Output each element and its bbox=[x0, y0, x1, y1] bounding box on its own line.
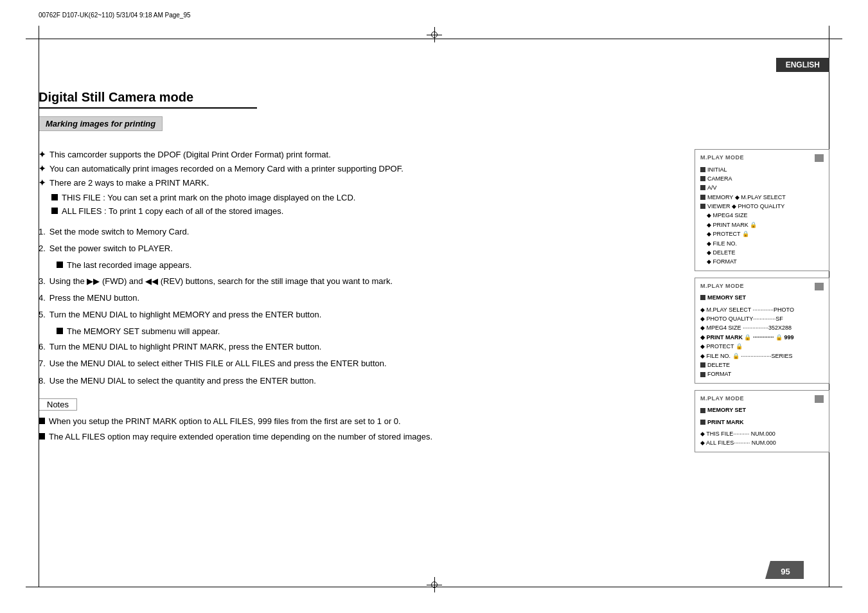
step-4-num: 4. bbox=[39, 292, 46, 304]
page-number-text: 95 bbox=[781, 566, 790, 576]
step-8: 8. Use the MENU DIAL to select the quant… bbox=[39, 375, 675, 387]
menu-box-2-line-photo: ◆ PHOTO QUALITY··············SF bbox=[700, 314, 824, 323]
step-2-num: 2. bbox=[39, 243, 46, 254]
menu-box-2-line-mpeg: ◆ MPEG4 SIZE ················352X288 bbox=[700, 323, 824, 332]
step-2-sub-text: The last recorded image appears. bbox=[67, 260, 191, 271]
menu-box-1-line-format: ◆ FORMAT bbox=[707, 257, 824, 266]
menu-box-1-icon-camera bbox=[700, 176, 705, 181]
bullet-item-1: ✦ This camcorder supports the DPOF (Digi… bbox=[39, 149, 675, 161]
step-5-sub-icon bbox=[57, 328, 63, 334]
step-2-sub-icon bbox=[57, 262, 63, 268]
page-container: 00762F D107-UK(62~110) 5/31/04 9:18 AM P… bbox=[0, 0, 868, 613]
menu-box-1-line-printmark: ◆ PRINT MARK 🔒 bbox=[707, 220, 824, 229]
menu-box-2-line-format: FORMAT bbox=[700, 369, 824, 378]
step-5-sub-text: The MEMORY SET submenu will appear. bbox=[67, 326, 220, 337]
menu-box-2-line-fileno: ◆ FILE NO. 🔒 ···················SERIES bbox=[700, 351, 824, 360]
menu-box-1-line-av: A/V bbox=[700, 183, 824, 192]
page-number-box: 95 bbox=[765, 561, 804, 581]
step-3-text: Using the ▶▶ (FWD) and ◀◀ (REV) buttons,… bbox=[49, 276, 393, 287]
note-1: When you setup the PRINT MARK option to … bbox=[39, 416, 675, 427]
steps-list: 1. Set the mode switch to Memory Card. 2… bbox=[39, 226, 675, 387]
menu-box-3-content: MEMORY SET PRINT MARK ◆ THIS FILE·······… bbox=[700, 405, 824, 448]
step-6: 6. Turn the MENU DIAL to highlight PRINT… bbox=[39, 341, 675, 353]
note-1-text: When you setup the PRINT MARK option to … bbox=[49, 416, 401, 427]
menu-box-1-content: INITIAL CAMERA A/V MEMORY ◆ M.PLAY SELEC… bbox=[700, 165, 824, 267]
menu-box-2-icon bbox=[815, 283, 824, 290]
bullet-text-1: This camcorder supports the DPOF (Digita… bbox=[49, 149, 331, 161]
step-1-num: 1. bbox=[39, 226, 46, 238]
sub-bullets: THIS FILE : You can set a print mark on … bbox=[51, 192, 675, 217]
menu-box-1-line-mpeg: ◆ MPEG4 SIZE bbox=[707, 211, 824, 220]
step-3: 3. Using the ▶▶ (FWD) and ◀◀ (REV) butto… bbox=[39, 276, 675, 287]
menu-box-3-line-printmark: PRINT MARK bbox=[700, 418, 824, 427]
left-border-line bbox=[39, 26, 39, 587]
menu-box-1-line-protect: ◆ PROTECT 🔒 bbox=[707, 229, 824, 238]
note-2: The ALL FILES option may require extende… bbox=[39, 431, 675, 443]
notes-label: Notes bbox=[39, 398, 77, 411]
step-7-num: 7. bbox=[39, 358, 46, 369]
section-subtitle: Marking images for printing bbox=[39, 116, 163, 131]
step-2-text: Set the power switch to PLAYER. bbox=[49, 243, 173, 254]
menu-box-1-line-camera: CAMERA bbox=[700, 174, 824, 183]
note-2-icon bbox=[39, 433, 45, 440]
right-content: M.PLAY MODE INITIAL CAMERA A/V bbox=[695, 149, 829, 459]
menu-box-2-header: M.PLAY MODE bbox=[700, 282, 824, 291]
menu-box-2-icon-format bbox=[700, 372, 705, 377]
menu-box-1-line-delete: ◆ DELETE bbox=[707, 248, 824, 257]
bottom-crosshair bbox=[427, 577, 442, 592]
menu-box-3-icon-printmark bbox=[700, 420, 705, 425]
bullet-symbol-3: ✦ bbox=[39, 177, 46, 189]
menu-box-3-icon-memoryset bbox=[700, 408, 705, 413]
menu-box-2: M.PLAY MODE MEMORY SET ◆ M.PLAY SELECT ·… bbox=[695, 278, 829, 384]
step-7-text: Use the MENU DIAL to select either THIS … bbox=[49, 358, 387, 369]
menu-box-1-line-fileno: ◆ FILE NO. bbox=[707, 239, 824, 248]
english-badge: ENGLISH bbox=[776, 58, 829, 72]
bullet-text-2: You can automatically print images recor… bbox=[49, 163, 403, 175]
step-5-sub: The MEMORY SET submenu will appear. bbox=[57, 326, 675, 337]
intro-bullets: ✦ This camcorder supports the DPOF (Digi… bbox=[39, 149, 675, 190]
menu-box-1-icon-av bbox=[700, 185, 705, 190]
menu-box-1-header: M.PLAY MODE bbox=[700, 154, 824, 163]
file-info: 00762F D107-UK(62~110) 5/31/04 9:18 AM P… bbox=[39, 12, 191, 19]
menu-box-2-line-mplay: ◆ M.PLAY SELECT ·············PHOTO bbox=[700, 305, 824, 314]
note-1-icon bbox=[39, 418, 45, 424]
step-1-text: Set the mode switch to Memory Card. bbox=[49, 226, 189, 238]
menu-box-3-icon bbox=[815, 395, 824, 403]
sub-bullet-icon-1 bbox=[51, 194, 58, 200]
step-8-num: 8. bbox=[39, 375, 46, 387]
menu-box-1-line-memory: MEMORY ◆ M.PLAY SELECT bbox=[700, 193, 824, 202]
bullet-symbol-2: ✦ bbox=[39, 163, 46, 175]
menu-box-3-header: M.PLAY MODE bbox=[700, 395, 824, 404]
menu-box-2-line-printmark: ◆ PRINT MARK 🔒 ············· 🔒 999 bbox=[700, 333, 824, 342]
menu-box-3-line-memoryset: MEMORY SET bbox=[700, 405, 824, 414]
sub-bullet-2: ALL FILES : To print 1 copy each of all … bbox=[51, 206, 675, 217]
step-4: 4. Press the MENU button. bbox=[39, 292, 675, 304]
menu-box-1-title: M.PLAY MODE bbox=[700, 154, 744, 163]
step-2-sub: The last recorded image appears. bbox=[57, 260, 675, 271]
bullet-symbol-1: ✦ bbox=[39, 149, 46, 161]
menu-box-1-line-viewer: VIEWER ◆ PHOTO QUALITY bbox=[700, 202, 824, 211]
sub-bullet-text-2: ALL FILES : To print 1 copy each of all … bbox=[62, 206, 283, 217]
bullet-text-3: There are 2 ways to make a PRINT MARK. bbox=[49, 177, 209, 189]
left-content: ✦ This camcorder supports the DPOF (Digi… bbox=[39, 149, 675, 459]
notes-section: Notes When you setup the PRINT MARK opti… bbox=[39, 398, 675, 443]
menu-box-3-title: M.PLAY MODE bbox=[700, 395, 744, 404]
menu-box-2-content: MEMORY SET ◆ M.PLAY SELECT ·············… bbox=[700, 293, 824, 379]
step-7: 7. Use the MENU DIAL to select either TH… bbox=[39, 358, 675, 369]
step-5-num: 5. bbox=[39, 309, 46, 321]
step-3-num: 3. bbox=[39, 276, 46, 287]
note-2-text: The ALL FILES option may require extende… bbox=[49, 431, 432, 443]
step-1: 1. Set the mode switch to Memory Card. bbox=[39, 226, 675, 238]
step-5-text: Turn the MENU DIAL to highlight MEMORY a… bbox=[49, 309, 321, 321]
menu-box-3: M.PLAY MODE MEMORY SET PRINT MARK ◆ THIS… bbox=[695, 390, 829, 452]
menu-box-1-icon bbox=[815, 154, 824, 162]
menu-box-1-icon-viewer bbox=[700, 204, 705, 209]
top-crosshair bbox=[427, 27, 442, 42]
page-number-container: 95 bbox=[765, 561, 804, 581]
step-8-text: Use the MENU DIAL to select the quantity… bbox=[49, 375, 316, 387]
menu-box-2-icon-delete bbox=[700, 362, 705, 368]
menu-box-3-line-thisfile: ◆ THIS FILE·········· NUM.000 bbox=[700, 429, 824, 438]
main-title: Digital Still Camera mode bbox=[39, 90, 257, 109]
menu-box-1-icon-initial bbox=[700, 167, 705, 172]
sub-bullet-1: THIS FILE : You can set a print mark on … bbox=[51, 192, 675, 204]
